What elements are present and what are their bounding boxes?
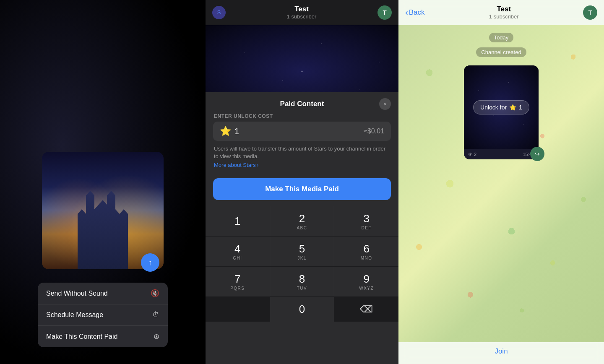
message-media: Unlock for ⭐ 1 [464, 65, 539, 149]
unlock-button[interactable]: Unlock for ⭐ 1 [473, 100, 529, 114]
cost-usd: ≈$0,01 [364, 127, 384, 135]
unlock-star: ⭐ [509, 104, 516, 111]
image-preview-container: ↑ [42, 152, 164, 276]
modal-close-button[interactable]: × [379, 98, 391, 110]
numpad-key-8[interactable]: 8 TUV [270, 267, 334, 296]
modal-header: Paid Content × [206, 92, 398, 113]
send-without-sound-label: Send Without Sound [46, 290, 108, 297]
panel3-chat-view: ‹ Back Test 1 subscriber T Today Channel… [398, 0, 604, 364]
make-paid-button[interactable]: Make This Media Paid [213, 178, 391, 200]
forward-button[interactable]: ↪ [530, 147, 544, 161]
send-button[interactable]: ↑ [141, 253, 159, 272]
message-container: Unlock for ⭐ 1 👁 2 15:40 [464, 65, 539, 159]
header-avatar[interactable]: T [378, 5, 392, 20]
cost-input-field[interactable]: ⭐ 1 ≈$0,01 [213, 122, 391, 141]
star-icon: ⭐ [220, 126, 231, 137]
channel-created-badge: Channel created [476, 47, 526, 57]
back-button[interactable]: S [212, 6, 226, 19]
panel2-paid-content: S Test 1 subscriber T Paid Content × ENT… [206, 0, 398, 364]
back-label: Back [409, 8, 425, 17]
numpad-backspace[interactable]: ⌫ [334, 297, 398, 322]
views-count: 2 [474, 152, 476, 157]
send-without-sound-item[interactable]: Send Without Sound 🔇 [38, 283, 168, 304]
numpad-key-9[interactable]: 9 WXYZ [334, 267, 398, 296]
message-footer: 👁 2 15:40 [464, 149, 539, 159]
date-badge: Today [489, 33, 514, 42]
p3-avatar[interactable]: T [583, 5, 597, 20]
stars-icon: ⊛ [154, 332, 159, 341]
numpad-key-1[interactable]: 1 [206, 206, 270, 236]
unlock-cost: 1 [519, 104, 522, 111]
p3-messages-container: Today Channel created Unlock for ⭐ 1 [398, 25, 604, 164]
numpad-key-0[interactable]: 0 [270, 297, 334, 322]
make-content-paid-item[interactable]: Make This Content Paid ⊛ [38, 326, 168, 347]
eye-icon: 👁 [468, 152, 473, 157]
p3-subtitle: 1 subscriber [489, 13, 519, 20]
modal-sheet: Paid Content × ENTER UNLOCK COST ⭐ 1 ≈$0… [206, 92, 398, 364]
clock-icon: ⏱ [152, 311, 159, 319]
message-views: 👁 2 [468, 152, 476, 157]
message-bubble: Unlock for ⭐ 1 👁 2 15:40 [464, 65, 539, 159]
header-center: Test 1 subscriber [287, 5, 317, 20]
p3-title: Test [489, 5, 519, 13]
numpad-key-3[interactable]: 3 DEF [334, 206, 398, 236]
p3-footer: Join [398, 342, 604, 364]
panel1-main-content: ↑ Send Without Sound 🔇 Schedule Message … [23, 152, 182, 347]
more-stars-link[interactable]: More about Stars › [206, 162, 398, 175]
numpad-key-5[interactable]: 5 JKL [270, 237, 334, 266]
p3-back-button[interactable]: ‹ Back [405, 8, 424, 17]
more-stars-text: More about Stars [214, 162, 256, 168]
panel1-send-options: ↑ Send Without Sound 🔇 Schedule Message … [0, 0, 206, 364]
cost-left: ⭐ 1 [220, 126, 239, 137]
schedule-message-item[interactable]: Schedule Message ⏱ [38, 304, 168, 326]
p3-header: ‹ Back Test 1 subscriber T [398, 0, 604, 25]
close-icon: × [383, 101, 387, 107]
unlock-overlay: Unlock for ⭐ 1 [464, 65, 539, 149]
cost-description: Users will have to transfer this amount … [206, 145, 398, 162]
unlock-label: Unlock for [480, 104, 507, 111]
p3-chat-area: Today Channel created Unlock for ⭐ 1 [398, 25, 604, 342]
back-icon: S [217, 9, 221, 16]
header-title: Test [287, 5, 317, 13]
schedule-message-label: Schedule Message [46, 311, 103, 319]
back-arrow-icon: ‹ [405, 8, 408, 17]
mute-icon: 🔇 [151, 289, 159, 298]
more-stars-arrow: › [257, 162, 258, 168]
numpad-key-6[interactable]: 6 MNO [334, 237, 398, 266]
numpad-empty [206, 297, 270, 322]
cost-value: 1 [234, 127, 239, 136]
context-menu: Send Without Sound 🔇 Schedule Message ⏱ … [38, 283, 168, 347]
modal-title: Paid Content [280, 100, 324, 108]
numpad: 1 2 ABC 3 DEF 4 GHI 5 JKL 6 MNO [206, 206, 398, 322]
make-content-paid-label: Make This Content Paid [46, 333, 117, 341]
p3-header-center: Test 1 subscriber [489, 5, 519, 20]
panel2-header: S Test 1 subscriber T [206, 0, 398, 25]
unlock-cost-label: ENTER UNLOCK COST [206, 113, 398, 122]
numpad-key-4[interactable]: 4 GHI [206, 237, 270, 266]
header-subtitle: 1 subscriber [287, 13, 317, 20]
image-preview [42, 152, 164, 269]
numpad-key-2[interactable]: 2 ABC [270, 206, 334, 236]
numpad-key-7[interactable]: 7 PQRS [206, 267, 270, 296]
join-button[interactable]: Join [495, 347, 508, 355]
